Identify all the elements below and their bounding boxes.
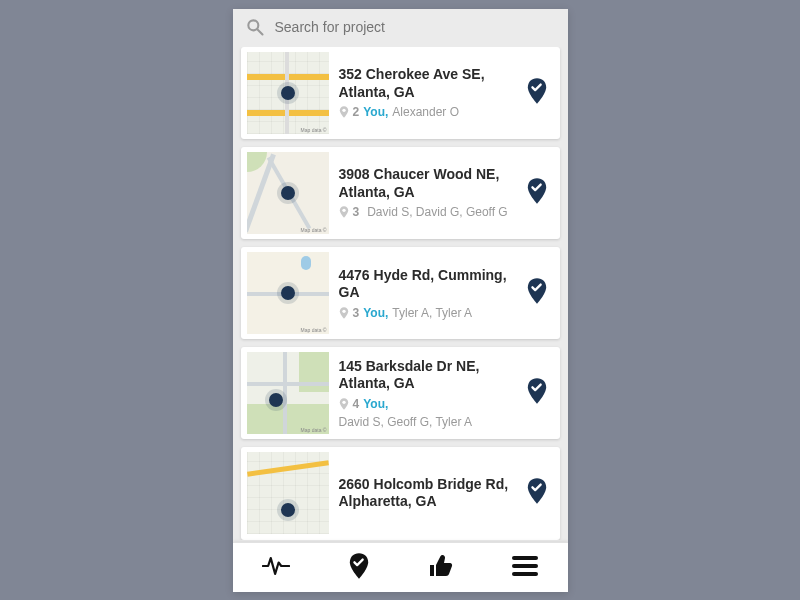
pin-icon [339, 106, 349, 118]
people-count: 4 [353, 397, 360, 411]
svg-rect-8 [512, 572, 538, 576]
people-count: 2 [353, 105, 360, 119]
project-address: 2660 Holcomb Bridge Rd, Alpharetta, GA [339, 476, 516, 511]
you-label: You, [363, 105, 388, 119]
svg-point-2 [342, 109, 345, 112]
tab-places[interactable] [334, 545, 384, 590]
svg-line-1 [257, 29, 262, 34]
svg-point-3 [342, 209, 345, 212]
svg-point-4 [342, 309, 345, 312]
you-label: You, [363, 397, 388, 411]
project-address: 3908 Chaucer Wood NE, Atlanta, GA [339, 166, 516, 201]
pin-check-icon [348, 553, 370, 579]
people-names: Alexander O [392, 105, 459, 119]
check-button[interactable] [526, 278, 554, 308]
app-screen: Map data © 352 Cherokee Ave SE, Atlanta,… [233, 9, 568, 592]
pin-icon [339, 206, 349, 218]
project-address: 352 Cherokee Ave SE, Atlanta, GA [339, 66, 516, 101]
pin-check-icon [526, 278, 548, 304]
tab-likes[interactable] [414, 546, 468, 589]
project-info: 352 Cherokee Ave SE, Atlanta, GA 2 You, … [339, 66, 516, 119]
project-list: Map data © 352 Cherokee Ave SE, Atlanta,… [233, 47, 568, 540]
pin-check-icon [526, 378, 548, 404]
map-thumbnail: Map data © [247, 252, 329, 334]
project-info: 3908 Chaucer Wood NE, Atlanta, GA 3 Davi… [339, 166, 516, 219]
thumbs-up-icon [428, 554, 454, 578]
tab-menu[interactable] [498, 548, 552, 587]
project-info: 2660 Holcomb Bridge Rd, Alpharetta, GA [339, 476, 516, 511]
svg-rect-7 [512, 564, 538, 568]
pin-icon [339, 307, 349, 319]
check-button[interactable] [526, 378, 554, 408]
people-names: David S, David G, Geoff G [367, 205, 508, 219]
pin-check-icon [526, 78, 548, 104]
project-address: 145 Barksdale Dr NE, Atlanta, GA [339, 358, 516, 393]
map-thumbnail: Map data © [247, 52, 329, 134]
people-names: David S, Geoff G, Tyler A [339, 415, 473, 429]
project-card[interactable]: 2660 Holcomb Bridge Rd, Alpharetta, GA [241, 447, 560, 539]
pin-check-icon [526, 178, 548, 204]
search-icon [245, 17, 265, 37]
svg-rect-6 [512, 556, 538, 560]
search-bar[interactable] [233, 9, 568, 47]
people-count: 3 [353, 306, 360, 320]
tab-bar [233, 542, 568, 592]
tab-activity[interactable] [248, 546, 304, 589]
map-thumbnail [247, 452, 329, 534]
check-button[interactable] [526, 178, 554, 208]
project-card[interactable]: Map data © 4476 Hyde Rd, Cumming, GA 3 Y… [241, 247, 560, 339]
check-button[interactable] [526, 478, 554, 508]
people-count: 3 [353, 205, 360, 219]
activity-icon [262, 554, 290, 578]
people-names: Tyler A, Tyler A [392, 306, 472, 320]
project-info: 4476 Hyde Rd, Cumming, GA 3 You, Tyler A… [339, 267, 516, 320]
project-card[interactable]: Map data © 352 Cherokee Ave SE, Atlanta,… [241, 47, 560, 139]
svg-point-5 [342, 400, 345, 403]
project-info: 145 Barksdale Dr NE, Atlanta, GA 4 You, … [339, 358, 516, 429]
project-card[interactable]: Map data © 145 Barksdale Dr NE, Atlanta,… [241, 347, 560, 439]
search-input[interactable] [275, 19, 556, 35]
map-thumbnail: Map data © [247, 152, 329, 234]
pin-icon [339, 398, 349, 410]
project-card[interactable]: Map data © 3908 Chaucer Wood NE, Atlanta… [241, 147, 560, 239]
map-thumbnail: Map data © [247, 352, 329, 434]
pin-check-icon [526, 478, 548, 504]
you-label: You, [363, 306, 388, 320]
menu-icon [512, 556, 538, 576]
check-button[interactable] [526, 78, 554, 108]
project-address: 4476 Hyde Rd, Cumming, GA [339, 267, 516, 302]
